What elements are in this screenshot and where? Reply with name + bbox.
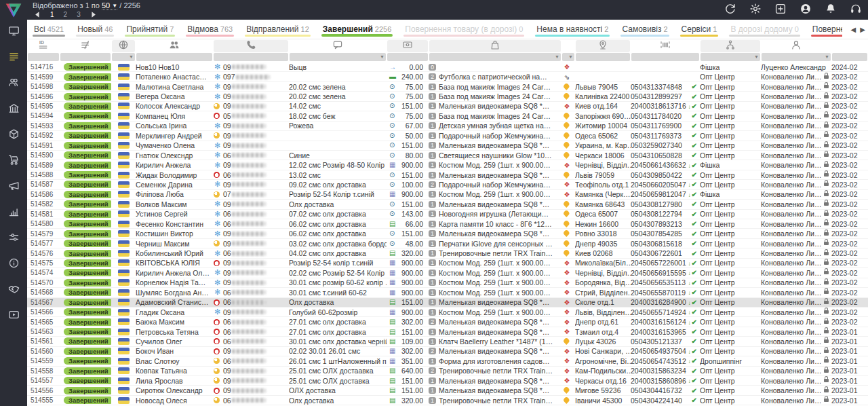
column-filter-7[interactable]: ▼ <box>429 53 561 61</box>
first-page-icon[interactable] <box>33 11 41 18</box>
app-logo[interactable] <box>4 1 23 19</box>
account-icon[interactable] <box>799 2 812 16</box>
table-row-514561[interactable]: 514561ЗавершенийСучилов Олег0630.01 смс … <box>27 337 868 346</box>
column-header-barcode-icon[interactable] <box>631 40 699 52</box>
column-filter-1[interactable] <box>60 53 111 61</box>
sidebar-item-products[interactable] <box>6 128 21 141</box>
table-row-514590[interactable]: 514590ЗавершенийГнатюк Олексндр✻06Синие⊙… <box>27 151 868 160</box>
sidebar-item-marketing[interactable] <box>6 179 21 192</box>
sidebar-item-partners[interactable] <box>6 282 21 295</box>
column-filter-8[interactable]: ▼ <box>562 53 574 61</box>
column-filter-3[interactable] <box>136 53 212 61</box>
column-header-money-icon[interactable] <box>387 40 428 52</box>
status-tab-7[interactable]: Нема в наявності2 <box>530 20 615 39</box>
column-filter-5[interactable]: ▼ <box>290 53 386 61</box>
column-header-empty[interactable] <box>562 40 574 52</box>
table-row-514580[interactable]: 514580ЗавершенийФесенко Константин✻0606.… <box>27 219 868 229</box>
table-row-514559[interactable]: 514559ЗавершенийВлас Слотюу0626.01 смс 1… <box>27 356 868 366</box>
table-row-514599[interactable]: 514599ЗавершенийПотапенко Анастас…✻097▬2… <box>27 72 868 81</box>
table-row-514568[interactable]: 514568ЗавершенийШумляс Богдана Ан…✻0630.… <box>27 288 868 297</box>
table-row-514560[interactable]: 514560ЗавершенийБокоч Иван0902.02 30.01 … <box>27 347 868 356</box>
tab-scroll-right-icon[interactable]: ▶ <box>860 26 865 33</box>
table-row-514581[interactable]: 514581ЗавершенийУстинов Сергей✻0607.02 с… <box>27 210 868 219</box>
status-tab-6[interactable]: Повернення товару (в дорозі)0 <box>398 20 530 39</box>
table-row-514716[interactable]: 514716ЗавершенийНов10 Нов10✻09Выцв→0.000… <box>27 62 868 72</box>
table-row-514557[interactable]: 514557ЗавершенийЛила Ярослав0925.01 смс … <box>27 376 868 386</box>
sidebar-item-orders[interactable] <box>6 50 21 63</box>
status-tab-1[interactable]: Новый46 <box>71 20 119 39</box>
table-row-514592[interactable]: 514592ЗавершенийМерклингер Андрей09⊙50.0… <box>27 131 868 141</box>
sidebar-item-reports[interactable] <box>6 205 21 218</box>
table-row-514579[interactable]: 514579ЗавершенийКостишин Виктор✻0906.02 … <box>27 229 868 238</box>
column-header-comment-icon[interactable] <box>290 40 386 52</box>
table-row-514556[interactable]: 514556ЗавершенийСиротюк Олександр09ОЛХ д… <box>27 386 868 395</box>
refresh-icon[interactable] <box>724 2 737 16</box>
sidebar-item-dashboard[interactable] <box>6 24 21 37</box>
column-header-id-icon[interactable]: ID <box>28 40 59 52</box>
sidebar-item-settings[interactable] <box>6 231 21 244</box>
table-row-514596[interactable]: 514596ЗавершенийВегера Оксана✻0920.02 см… <box>27 92 868 101</box>
last-page-icon[interactable] <box>90 11 98 18</box>
status-tab-9[interactable]: Сервіси1 <box>675 20 724 39</box>
column-filter-12[interactable]: ▼ <box>762 53 831 61</box>
table-row-514593[interactable]: 514593ЗавершенийСольська Ірина✻09Рожева⊙… <box>27 122 868 131</box>
table-row-514594[interactable]: 514594ЗавершенийКомпанец Юля0518.02 смс … <box>27 111 868 121</box>
column-header-manager-person-icon[interactable] <box>762 40 831 52</box>
column-header-status-icon[interactable] <box>60 40 111 52</box>
sidebar-item-clients[interactable] <box>6 76 21 89</box>
column-header-country-globe-icon[interactable] <box>112 40 135 52</box>
status-tab-0[interactable]: Всі4521 <box>27 20 71 39</box>
status-tab-5[interactable]: Завершений2256 <box>316 20 399 39</box>
page-1[interactable]: 1 <box>50 11 54 18</box>
column-filter-4[interactable] <box>214 53 288 61</box>
status-tab-4[interactable]: Відправлений12 <box>239 20 316 39</box>
status-tab-8[interactable]: Самовивіз2 <box>615 20 674 39</box>
table-row-514570[interactable]: 514570ЗавершенийКорнелюк Надія Та…✻0930.… <box>27 278 868 288</box>
page-2[interactable]: 2 <box>64 11 68 18</box>
table-row-514591[interactable]: 514591ЗавершенийЧумаченко Олена✻09⊙151.0… <box>27 141 868 151</box>
column-filter-9[interactable] <box>576 53 630 61</box>
status-tab-3[interactable]: Відмова763 <box>180 20 239 39</box>
column-header-product-bag-icon[interactable] <box>429 40 561 52</box>
column-header-empty[interactable] <box>832 40 867 52</box>
table-row-514598[interactable]: 514598ЗавершенийМалютина Светлана✻0920.0… <box>27 82 868 92</box>
table-row-514587[interactable]: 514587ЗавершенийСеменюк Дарина✻0909.02 с… <box>27 180 868 189</box>
settings-gear-icon[interactable] <box>749 2 762 16</box>
column-filter-2[interactable]: ▼ <box>112 53 135 61</box>
table-row-514589[interactable]: 514589ЗавершенийКирилич Анжела✻0912.02 с… <box>27 160 868 170</box>
table-row-514567[interactable]: 514567ЗавершенийАдамовский Станис…06Олх … <box>27 298 868 308</box>
tab-scroll-left-icon[interactable]: ◀ <box>851 26 856 33</box>
notifications-bell-icon[interactable] <box>824 2 837 16</box>
page-3[interactable]: 3 <box>77 11 81 18</box>
table-row-514555[interactable]: 514555ЗавершенийНовосад Олеся06Олх доста… <box>27 396 868 405</box>
column-filter-13[interactable] <box>832 53 867 61</box>
sidebar-item-companies[interactable] <box>6 102 21 115</box>
sidebar-item-procurement[interactable] <box>6 153 21 166</box>
column-filter-0[interactable] <box>28 53 59 61</box>
sidebar-item-info[interactable] <box>6 257 21 270</box>
column-header-client-people-icon[interactable] <box>136 40 212 52</box>
column-filter-10[interactable] <box>631 53 699 61</box>
table-row-514574[interactable]: 514574ЗавершенийКирилич Анжела Ол…✻0902.… <box>27 268 868 278</box>
status-tab-2[interactable]: Прийнятий7 <box>119 20 180 39</box>
add-order-icon[interactable] <box>774 2 787 16</box>
column-filter-6[interactable] <box>387 53 428 61</box>
table-row-514595[interactable]: 514595ЗавершенийКолосок Александр0914.02… <box>27 102 868 111</box>
column-filter-11[interactable]: ▼ <box>701 53 760 61</box>
table-row-514575[interactable]: 514575ЗавершенийКВІТОВСЬКА ЮЛІЯ09Розмір … <box>27 259 868 268</box>
column-header-channel-route-icon[interactable] <box>701 40 760 52</box>
support-headset-icon[interactable] <box>849 2 863 16</box>
table-row-514586[interactable]: 514586ЗавершенийФіліпова Люба07Розмір 52… <box>27 190 868 200</box>
table-row-514577[interactable]: 514577ЗавершенийЧерниш Максим0903.02 смс… <box>27 239 868 248</box>
table-row-514582[interactable]: 514582ЗавершенийВолков Максим✻09Олх дост… <box>27 200 868 209</box>
sidebar-item-tutorials[interactable] <box>6 308 21 321</box>
table-row-514566[interactable]: 514566ЗавершенийГладик Оксана✻09Голубий … <box>27 308 868 317</box>
table-row-514565[interactable]: 514565ЗавершенийБаюка Максим0627.01 смс … <box>27 317 868 327</box>
table-row-514588[interactable]: 514588ЗавершенийЖидак Володимир0613.02 с… <box>27 170 868 180</box>
status-tab-11[interactable]: Повернення (завершений)125 <box>806 20 842 39</box>
table-row-514563[interactable]: 514563ЗавершенийПетровська Тетяна0627.01… <box>27 327 868 337</box>
table-row-514576[interactable]: 514576ЗавершенийКобилинський Юрий✻0604.0… <box>27 248 868 258</box>
column-header-location-pin-icon[interactable] <box>576 40 630 52</box>
status-tab-10[interactable]: В дорозі додому0 <box>724 20 805 39</box>
page-size-dropdown[interactable]: 50 ▼ <box>102 1 117 10</box>
